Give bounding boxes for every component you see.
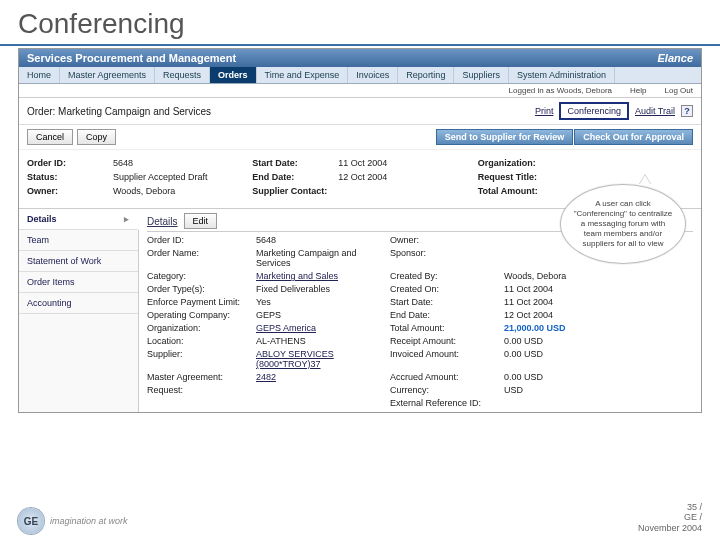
tab-orders[interactable]: Orders (210, 67, 257, 83)
master-agreement-link[interactable]: 2482 (256, 372, 386, 382)
logged-in-label: Logged in as Woods, Debora (509, 86, 612, 95)
order-id-label: Order ID: (27, 158, 113, 168)
tab-sys-admin[interactable]: System Administration (509, 67, 615, 83)
order-id-value: 5648 (113, 158, 133, 168)
conferencing-link[interactable]: Conferencing (559, 102, 629, 120)
d-label: Currency: (390, 385, 500, 395)
copy-button[interactable]: Copy (77, 129, 116, 145)
action-row: Cancel Copy Send to Supplier for Review … (19, 125, 701, 150)
chevron-right-icon: ▸ (124, 214, 129, 224)
d-value: 5648 (256, 235, 386, 245)
d-value: USD (504, 385, 604, 395)
d-value: 0.00 USD (504, 336, 604, 346)
supplier-contact-label: Supplier Contact: (252, 186, 338, 196)
print-link[interactable]: Print (535, 106, 554, 116)
d-label: Order ID: (147, 235, 252, 245)
d-label (147, 398, 252, 408)
sidebar-item-team[interactable]: Team (19, 230, 138, 251)
d-label: Order Name: (147, 248, 252, 268)
d-label: Operating Company: (147, 310, 252, 320)
d-value: 12 Oct 2004 (504, 310, 604, 320)
tab-master-agreements[interactable]: Master Agreements (60, 67, 155, 83)
d-label: Receipt Amount: (390, 336, 500, 346)
detail-section-title: Details (147, 216, 178, 227)
d-value: Marketing Campaign and Services (256, 248, 386, 268)
main-nav: Home Master Agreements Requests Orders T… (19, 67, 701, 84)
d-label: Owner: (390, 235, 500, 245)
d-label: Category: (147, 271, 252, 281)
brand-logo-text: Elance (658, 52, 693, 64)
total-amount-label: Total Amount: (478, 186, 564, 196)
d-value: AL-ATHENS (256, 336, 386, 346)
organization-link[interactable]: GEPS America (256, 323, 386, 333)
ge-logo-icon: GE (18, 508, 44, 534)
tab-suppliers[interactable]: Suppliers (454, 67, 509, 83)
company-meta: GE / (638, 512, 702, 523)
d-label: Created On: (390, 284, 500, 294)
tab-requests[interactable]: Requests (155, 67, 210, 83)
app-header: Services Procurement and Management Elan… (19, 49, 701, 67)
status-label: Status: (27, 172, 113, 182)
d-value (256, 398, 386, 408)
d-value: Yes (256, 297, 386, 307)
d-label: Created By: (390, 271, 500, 281)
slide-footer: GE imagination at work 35 / GE / Novembe… (18, 502, 702, 534)
d-value: Woods, Debora (504, 271, 604, 281)
page-title: Conferencing (0, 0, 720, 46)
logout-link[interactable]: Log Out (665, 86, 693, 95)
sidebar-item-label: Details (27, 214, 57, 224)
organization-label: Organization: (478, 158, 564, 168)
d-label: Supplier: (147, 349, 252, 369)
send-review-button[interactable]: Send to Supplier for Review (436, 129, 574, 145)
d-label: Master Agreement: (147, 372, 252, 382)
page-number: 35 / (638, 502, 702, 513)
d-label: Invoiced Amount: (390, 349, 500, 369)
d-label: End Date: (390, 310, 500, 320)
tab-invoices[interactable]: Invoices (348, 67, 398, 83)
end-date-label: End Date: (252, 172, 338, 182)
left-sidebar: Details▸ Team Statement of Work Order It… (19, 209, 139, 412)
tab-time-expense[interactable]: Time and Expense (257, 67, 349, 83)
sidebar-item-order-items[interactable]: Order Items (19, 272, 138, 293)
total-amount-detail: 21,000.00 USD (504, 323, 604, 333)
category-link[interactable]: Marketing and Sales (256, 271, 386, 281)
d-value: 11 Oct 2004 (504, 284, 604, 294)
help-icon[interactable]: ? (681, 105, 693, 117)
tab-reporting[interactable]: Reporting (398, 67, 454, 83)
start-date-label: Start Date: (252, 158, 338, 168)
order-bar: Order: Marketing Campaign and Services P… (19, 98, 701, 125)
end-date-value: 12 Oct 2004 (338, 172, 387, 182)
d-value (504, 398, 604, 408)
d-value: 0.00 USD (504, 349, 604, 369)
date-meta: November 2004 (638, 523, 702, 534)
request-title-label: Request Title: (478, 172, 564, 182)
tagline: imagination at work (50, 516, 128, 526)
d-label: Request: (147, 385, 252, 395)
d-value: Fixed Deliverables (256, 284, 386, 294)
d-value: 11 Oct 2004 (504, 297, 604, 307)
d-label: Enforce Payment Limit: (147, 297, 252, 307)
callout-bubble: A user can click "Conferencing" to centr… (560, 184, 686, 264)
d-label: External Reference ID: (390, 398, 500, 408)
order-title: Order: Marketing Campaign and Services (27, 106, 211, 117)
d-label: Total Amount: (390, 323, 500, 333)
owner-label: Owner: (27, 186, 113, 196)
tab-home[interactable]: Home (19, 67, 60, 83)
checkout-approval-button[interactable]: Check Out for Approval (574, 129, 693, 145)
user-row: Logged in as Woods, Debora Help Log Out (19, 84, 701, 98)
d-label: Location: (147, 336, 252, 346)
d-value: GEPS (256, 310, 386, 320)
audit-trail-link[interactable]: Audit Trail (635, 106, 675, 116)
d-label: Organization: (147, 323, 252, 333)
d-value (256, 385, 386, 395)
app-title: Services Procurement and Management (27, 52, 236, 64)
help-link[interactable]: Help (630, 86, 646, 95)
supplier-link[interactable]: ABLOY SERVICES (8000*TROY)37 (256, 349, 386, 369)
sidebar-item-accounting[interactable]: Accounting (19, 293, 138, 314)
sidebar-item-sow[interactable]: Statement of Work (19, 251, 138, 272)
sidebar-item-details[interactable]: Details▸ (19, 209, 139, 230)
edit-button[interactable]: Edit (184, 213, 218, 229)
d-value: 0.00 USD (504, 372, 604, 382)
status-value: Supplier Accepted Draft (113, 172, 208, 182)
cancel-button[interactable]: Cancel (27, 129, 73, 145)
